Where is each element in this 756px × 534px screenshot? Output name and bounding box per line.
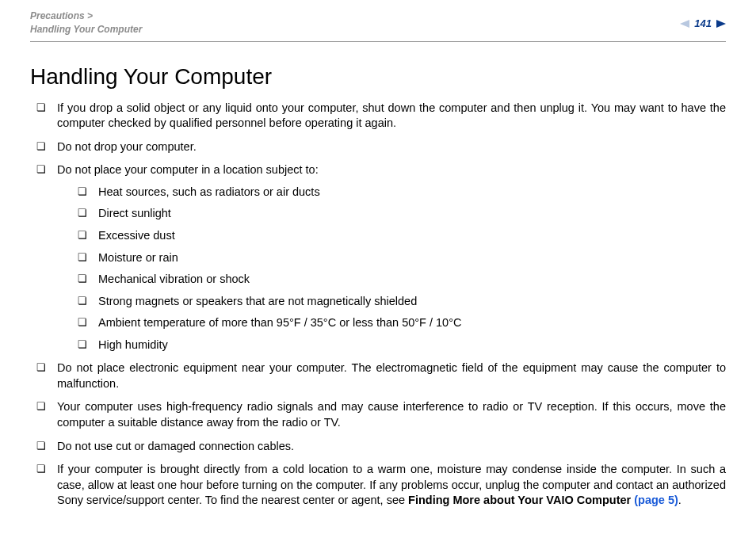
list-item: Do not use cut or damaged connection cab… [36, 439, 726, 455]
breadcrumb-page: Handling Your Computer [30, 23, 142, 36]
page-link[interactable]: (page 5) [634, 494, 678, 506]
list-item: If you drop a solid object or any liquid… [36, 101, 726, 132]
list-item-text: Do not place your computer in a location… [57, 163, 319, 176]
list-item: Excessive dust [78, 228, 726, 244]
list-item: Direct sunlight [78, 206, 726, 222]
list-item: Do not place electronic equipment near y… [36, 360, 726, 391]
next-page-arrow-icon[interactable] [716, 20, 726, 28]
page-header: Precautions > Handling Your Computer 141 [30, 10, 726, 42]
list-item: Do not drop your computer. [36, 139, 726, 155]
page-nav: 141 [680, 17, 726, 29]
svg-marker-1 [716, 20, 726, 28]
page-title: Handling Your Computer [30, 64, 726, 90]
list-item: High humidity [78, 338, 726, 353]
list-item-text-end: . [678, 494, 682, 506]
list-item: Moisture or rain [78, 250, 726, 266]
list-item: Heat sources, such as radiators or air d… [78, 185, 726, 200]
list-item: Strong magnets or speakers that are not … [78, 294, 726, 310]
list-item: Do not place your computer in a location… [36, 162, 726, 353]
precautions-list: If you drop a solid object or any liquid… [36, 101, 726, 509]
sub-list: Heat sources, such as radiators or air d… [78, 185, 726, 353]
breadcrumb-section: Precautions > [30, 10, 93, 21]
cross-ref-title: Finding More about Your VAIO Computer [408, 494, 634, 506]
prev-page-arrow-icon[interactable] [680, 20, 689, 28]
breadcrumb: Precautions > Handling Your Computer [30, 10, 142, 36]
list-item: Ambient temperature of more than 95°F / … [78, 315, 726, 331]
list-item: If your computer is brought directly fro… [36, 462, 726, 509]
list-item: Your computer uses high-frequency radio … [36, 399, 726, 430]
page-number: 141 [694, 17, 712, 29]
svg-marker-0 [680, 20, 689, 28]
list-item: Mechanical vibration or shock [78, 272, 726, 288]
